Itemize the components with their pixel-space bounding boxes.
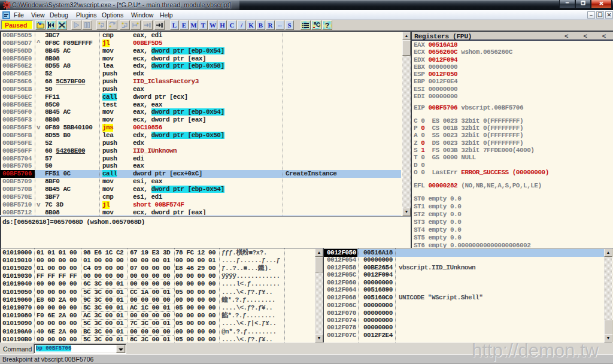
svg-text:?: ?	[325, 22, 329, 29]
